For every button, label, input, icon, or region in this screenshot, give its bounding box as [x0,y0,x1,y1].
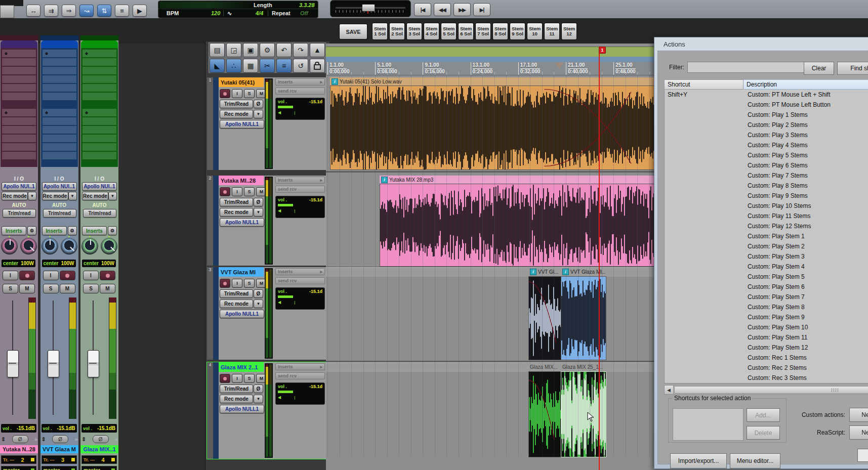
rec-mode-button[interactable]: Rec mode [220,395,253,403]
phase-button[interactable]: Ø [254,384,263,393]
rec-mode-button[interactable]: Rec mode [2,192,28,200]
action-list[interactable]: Shift+Y Custom: PT Mouse Left + Shift Cu… [664,90,868,383]
toolbar-tool-button[interactable]: ↝ [79,5,94,17]
level-meter[interactable] [109,297,116,419]
rec-mode-dropdown[interactable]: ▼ [254,395,263,403]
menu-editor-button[interactable]: Menu editor... [730,453,780,468]
io-device-button[interactable]: Apollo NULL1 [220,405,264,413]
automation-mode-button[interactable]: Trim/Read [220,198,253,206]
tcp-toolbar-button[interactable]: ▲ [310,43,325,57]
stem-solo-button[interactable]: Stem 8 Sol [492,23,508,40]
io-device-button[interactable]: Apollo NULL1 [220,310,264,318]
volume-display[interactable]: vol . -15.1d ◀| [275,196,325,218]
input-monitor-button[interactable]: I [232,374,242,383]
toolbar-tool-button[interactable]: ⇅ [97,5,111,17]
tcp-toolbar-button[interactable]: ≡ [276,59,292,73]
filter-input[interactable] [687,62,805,73]
horizontal-scrollbar[interactable]: ◀ [664,385,868,395]
stem-solo-button[interactable]: Stem 7 Sol [475,23,491,40]
action-row[interactable]: Custom: PT Mouse Left Button [665,100,868,110]
action-row[interactable]: Custom: Play Stem 2 [665,241,868,251]
phase-button[interactable]: Ø [93,435,109,443]
phase-button[interactable]: Ø [254,100,263,108]
stem-solo-button[interactable]: Stem 6 Sol [458,23,474,40]
track-name[interactable]: Glaza MIX 2..1 [219,362,264,372]
corner-button[interactable] [0,5,14,18]
action-row[interactable]: Custom: Play Stem 8 [665,302,868,312]
action-row[interactable]: Custom: Play 6 Stems [665,160,868,170]
marker-flag[interactable]: 1 [599,47,606,54]
track-name[interactable]: Yutaki 05(41) [219,77,264,87]
tcp-toolbar-button[interactable]: ◲ [226,43,241,57]
stem-solo-button[interactable]: Stem 12 [561,23,577,40]
inserts-row[interactable]: Inserts ▸ [275,78,325,86]
tcp-track[interactable]: 3 VVT Glaza MI I S M Trim/Read Ø Rec mod… [207,267,329,360]
transport-nav-button[interactable]: ▶▶ [453,3,471,16]
mute-button[interactable]: M [19,284,35,293]
solo-button[interactable]: S [244,279,255,288]
action-row[interactable]: Custom: Rec 2 Stems [665,363,868,373]
stem-solo-button[interactable]: Stem 3 Sol [406,23,422,40]
tempo-marker-icon[interactable] [555,63,563,69]
import-export-button[interactable]: Import/export... [670,453,727,468]
stem-solo-button[interactable]: Stem 4 Sol [424,23,439,40]
solo-button[interactable]: S [244,187,255,196]
action-row[interactable]: Custom: Play Stem 1 [665,231,868,241]
item-label[interactable]: i Yutaki 05(41) Solo Low.wav [330,77,664,86]
transport-nav-button[interactable]: ▶| [473,3,490,16]
send-slots[interactable] [43,109,76,160]
tcp-toolbar-button[interactable]: ◣ [210,59,225,73]
send-slots[interactable] [82,109,116,160]
action-row[interactable]: Custom: Play 7 Stems [665,170,868,181]
shortcut-listbox[interactable] [673,408,743,441]
tcp-toolbar-button[interactable]: ✂ [260,59,275,73]
insert-slots[interactable] [43,50,76,101]
rec-mode-button[interactable]: Rec mode [42,192,68,200]
automation-mode-button[interactable]: Trim/read [43,209,76,218]
input-monitor-button[interactable]: I [232,279,242,288]
pan-knob[interactable] [42,238,58,254]
record-arm-button[interactable] [220,374,230,383]
automation-mode-button[interactable]: Trim/Read [220,384,253,393]
phase-button[interactable]: Ø [12,435,28,443]
stem-solo-button[interactable]: Stem 11 [544,23,560,40]
record-arm-button[interactable] [100,271,115,280]
metronome-icon[interactable]: ∿ [227,10,232,17]
inserts-row[interactable]: Inserts ▸ [275,363,325,370]
toolbar-tool-button[interactable]: ≡ [115,5,129,17]
master-send-row[interactable]: master [1,466,36,470]
tcp-toolbar-button[interactable]: ↺ [293,59,308,73]
column-header-description[interactable]: Description [743,79,868,90]
track-name[interactable]: Yutaka MI..28 [219,176,264,185]
io-device-button[interactable]: Apollo NULL1 [220,120,264,129]
master-send-row[interactable]: master [81,466,117,470]
rec-mode-dropdown[interactable]: ▼ [254,300,263,308]
volume-display[interactable]: vol . -15.1d ◀| [275,382,325,405]
volume-display[interactable]: vol . -15.1d ◀| [275,287,325,310]
action-row[interactable]: Custom: Play Stem 10 [665,322,868,332]
action-row[interactable]: Custom: Play Stem 3 [665,251,868,262]
action-row[interactable]: Custom: Rec 3 Stems [665,373,868,383]
send-rcv-row[interactable]: send rcv [275,372,325,379]
width-knob[interactable] [101,238,117,254]
automation-mode-button[interactable]: Trim/Read [220,100,253,108]
gear-icon[interactable]: ⚙ [27,226,36,235]
solo-button[interactable]: S [43,284,59,293]
fader-nudge-icon[interactable]: ⇕ [81,436,86,443]
master-send-row[interactable]: master [42,466,77,470]
scroll-left-icon[interactable]: ◀ [665,386,674,394]
toolbar-tool-button[interactable]: ⇒ [62,5,76,17]
rec-mode-dropdown[interactable]: ▼ [254,110,263,118]
inserts-button[interactable]: Inserts [42,226,67,235]
delete-shortcut-button[interactable]: Delete [747,426,780,440]
inserts-button[interactable]: Inserts [82,226,107,235]
tcp-toolbar-button[interactable]: ↶ [276,43,292,57]
solo-button[interactable]: S [244,374,255,383]
tcp-toolbar-button[interactable]: ▣ [243,43,258,57]
io-device-button[interactable]: Apollo NUl..1 [42,182,77,191]
fader-nudge-icon[interactable]: ⇕ [1,436,6,443]
timesig-value[interactable]: 4/4 [256,10,263,16]
action-row[interactable]: Shift+Y Custom: PT Mouse Left + Shift [665,90,868,100]
solo-button[interactable]: S [244,89,255,98]
io-device-button[interactable]: Apollo NULL1 [220,218,264,227]
